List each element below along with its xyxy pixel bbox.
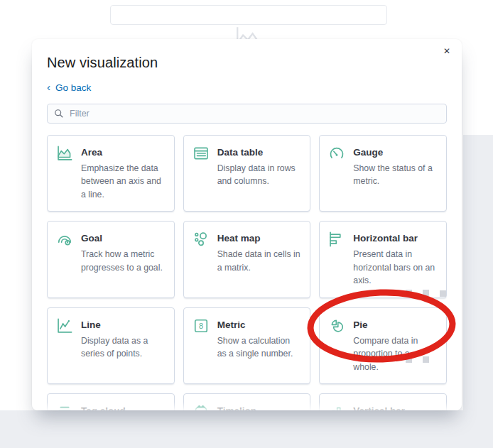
page-background bbox=[463, 135, 493, 448]
card-title: Timelion bbox=[217, 404, 301, 410]
horizontal-bar-icon bbox=[329, 231, 345, 247]
card-description: Display data in rows and columns. bbox=[217, 162, 301, 188]
card-title: Line bbox=[81, 318, 165, 330]
data-table-icon bbox=[193, 146, 209, 161]
card-description: Compare data in proportion to a whole. bbox=[353, 334, 437, 373]
vis-type-card-pie[interactable]: PieCompare data in proportion to a whole… bbox=[319, 307, 447, 384]
card-description: Track how a metric progresses to a goal. bbox=[81, 248, 165, 274]
annotation-handle bbox=[406, 356, 412, 363]
page-background bbox=[0, 410, 493, 448]
area-chart-icon bbox=[57, 146, 72, 161]
card-description: Shade data in cells in a matrix. bbox=[217, 248, 301, 274]
heat-map-icon bbox=[193, 231, 209, 247]
vis-type-card-metric[interactable]: 8MetricShow a calculation as a single nu… bbox=[183, 307, 311, 384]
background-dialog-field bbox=[110, 5, 387, 25]
card-title: Area bbox=[81, 146, 165, 158]
vis-type-card-gauge[interactable]: GaugeShow the status of a metric. bbox=[319, 135, 447, 212]
annotation-handle bbox=[440, 290, 446, 297]
vis-type-card-heat-map[interactable]: Heat mapShade data in cells in a matrix. bbox=[183, 221, 311, 297]
card-description: Show a calculation as a single number. bbox=[217, 334, 301, 361]
card-title: Tag cloud bbox=[81, 404, 165, 410]
card-title: Horizontal bar bbox=[353, 231, 437, 244]
vis-type-card-tag-cloud[interactable]: Tag cloudDisplay word frequency with fon… bbox=[47, 393, 175, 410]
gauge-icon bbox=[329, 146, 345, 161]
pie-chart-icon bbox=[329, 318, 345, 334]
card-title: Data table bbox=[217, 146, 301, 158]
tag-cloud-icon bbox=[57, 404, 72, 410]
filter-input[interactable] bbox=[47, 104, 447, 124]
annotation-handle bbox=[423, 356, 429, 363]
card-title: Pie bbox=[353, 318, 437, 330]
new-visualization-modal: ✕ New visualization ‹ Go back AreaEmphas… bbox=[32, 39, 462, 410]
card-title: Heat map bbox=[217, 231, 301, 244]
card-description: Show the status of a metric. bbox=[353, 162, 437, 188]
search-icon bbox=[54, 109, 64, 119]
vis-type-card-timelion[interactable]: TimelionShow time series data on a graph… bbox=[183, 393, 311, 410]
timelion-icon bbox=[193, 404, 209, 410]
metric-icon: 8 bbox=[193, 318, 209, 334]
visualization-grid: AreaEmphasize the data between an axis a… bbox=[47, 135, 447, 410]
vis-type-card-area[interactable]: AreaEmphasize the data between an axis a… bbox=[47, 135, 175, 212]
go-back-label: Go back bbox=[55, 82, 91, 93]
chevron-left-icon: ‹ bbox=[47, 82, 50, 92]
card-description: Display data as a series of points. bbox=[81, 334, 165, 361]
card-title: Goal bbox=[81, 231, 165, 244]
vis-type-card-vertical-bar[interactable]: Vertical barPresent data in vertical bar… bbox=[319, 393, 447, 410]
vis-type-card-horizontal-bar[interactable]: Horizontal barPresent data in horizontal… bbox=[319, 221, 447, 297]
goal-icon bbox=[57, 231, 72, 247]
vis-type-card-line[interactable]: LineDisplay data as a series of points. bbox=[47, 307, 175, 384]
line-chart-icon bbox=[57, 318, 72, 334]
go-back-link[interactable]: ‹ Go back bbox=[47, 82, 91, 93]
card-title: Gauge bbox=[353, 146, 437, 158]
annotation-handle bbox=[406, 290, 412, 296]
vis-type-card-goal[interactable]: GoalTrack how a metric progresses to a g… bbox=[47, 221, 175, 297]
annotation-handle bbox=[423, 290, 429, 296]
svg-text:8: 8 bbox=[199, 322, 203, 330]
vis-type-card-data-table[interactable]: Data tableDisplay data in rows and colum… bbox=[183, 135, 311, 212]
modal-title: New visualization bbox=[47, 55, 447, 71]
close-icon[interactable]: ✕ bbox=[439, 43, 455, 59]
vertical-bar-icon bbox=[329, 404, 345, 410]
card-description: Present data in horizontal bars on an ax… bbox=[353, 248, 437, 287]
card-description: Emphasize the data between an axis and a… bbox=[81, 162, 165, 201]
card-title: Vertical bar bbox=[353, 404, 437, 410]
card-title: Metric bbox=[217, 318, 301, 330]
